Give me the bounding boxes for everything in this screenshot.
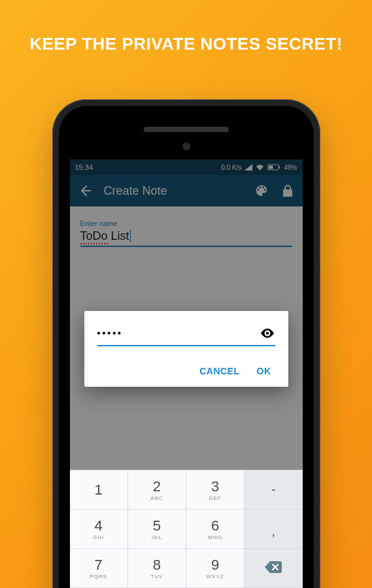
- key-2-sub: ABC: [150, 495, 163, 501]
- ok-button[interactable]: OK: [257, 366, 271, 376]
- svg-point-3: [265, 332, 268, 335]
- key-1-label: 1: [95, 482, 103, 498]
- key-4[interactable]: 4GHI: [70, 510, 128, 549]
- key-5-sub: JKL: [151, 534, 162, 540]
- earpiece: [144, 127, 229, 132]
- key-5[interactable]: 5JKL: [128, 510, 186, 549]
- key-3[interactable]: 3DEF: [186, 470, 245, 510]
- key-4-label: 4: [95, 517, 103, 534]
- key-7-label: 7: [95, 557, 103, 574]
- pin-input[interactable]: •••••: [97, 328, 260, 338]
- screen: 15:34 0.0 K/s: [70, 159, 303, 588]
- pin-dialog: ••••• CANCEL OK: [84, 311, 288, 387]
- key-8[interactable]: 8TUV: [128, 549, 186, 588]
- cancel-button[interactable]: CANCEL: [199, 366, 239, 376]
- key-3-label: 3: [211, 478, 219, 495]
- key-6-sub: MNO: [208, 534, 222, 540]
- key-7[interactable]: 7PQRS: [70, 549, 128, 588]
- key-7-sub: PQRS: [90, 574, 107, 580]
- visibility-toggle-icon[interactable]: [260, 325, 275, 341]
- pin-input-row: •••••: [97, 325, 275, 346]
- key-2-label: 2: [153, 478, 161, 495]
- phone-inner: 15:34 0.0 K/s: [59, 106, 314, 588]
- sensor: [182, 142, 190, 150]
- key-backspace[interactable]: [245, 549, 302, 588]
- key-6-label: 6: [211, 517, 219, 534]
- phone-frame: 15:34 0.0 K/s: [52, 99, 320, 588]
- key-dash-label: -: [271, 482, 276, 497]
- key-8-label: 8: [153, 557, 161, 574]
- numeric-keypad: 1 2ABC 3DEF - 4GHI 5JKL 6MNO , 7PQRS 8TU…: [70, 470, 303, 588]
- key-9-label: 9: [211, 557, 219, 574]
- dialog-actions: CANCEL OK: [97, 366, 275, 380]
- key-9[interactable]: 9WXYZ: [186, 549, 245, 588]
- key-8-sub: TUV: [150, 574, 163, 580]
- key-comma-label: ,: [272, 524, 276, 539]
- key-3-sub: DEF: [209, 495, 222, 501]
- key-6[interactable]: 6MNO: [186, 510, 245, 549]
- key-9-sub: WXYZ: [207, 574, 224, 580]
- key-5-label: 5: [153, 517, 161, 534]
- key-dash[interactable]: -: [245, 470, 302, 510]
- key-comma[interactable]: ,: [245, 510, 302, 549]
- backspace-icon: [265, 561, 282, 576]
- key-1[interactable]: 1: [70, 470, 128, 510]
- promo-headline: KEEP THE PRIVATE NOTES SECRET!: [0, 34, 372, 54]
- key-2[interactable]: 2ABC: [128, 470, 186, 510]
- key-4-sub: GHI: [93, 534, 104, 540]
